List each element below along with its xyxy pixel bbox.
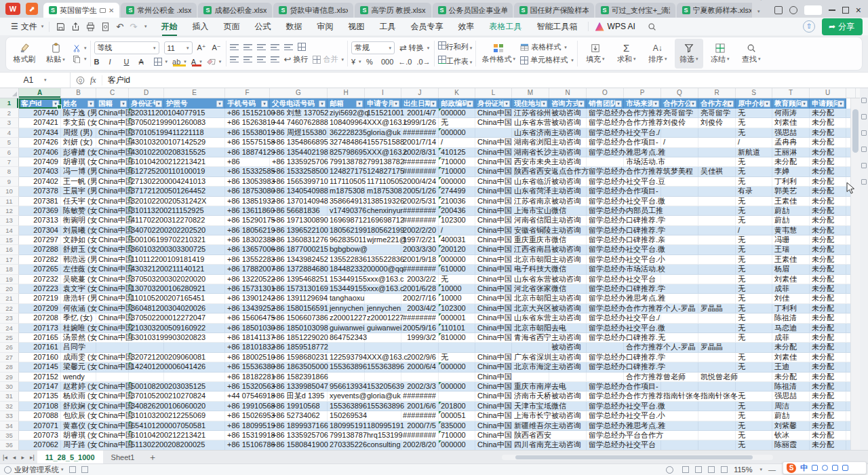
header-cell[interactable]: 国籍▾ (96, 98, 129, 109)
cell[interactable]: 370502200012272047 (129, 314, 164, 323)
cell[interactable]: +86 13220522 (225, 275, 270, 284)
cell[interactable]: 411702200312270822 (129, 216, 164, 225)
cell[interactable] (698, 353, 736, 362)
cell[interactable]: 未分配 (810, 118, 846, 128)
stamp-icon[interactable] (682, 466, 689, 473)
column-header-B[interactable]: B (61, 88, 96, 98)
column-header-F[interactable]: F (225, 88, 270, 98)
cell[interactable]: 雅思考点.雅 (624, 421, 661, 431)
cell[interactable]: China中国 (475, 206, 512, 216)
cell[interactable]: 207426 (19, 138, 61, 147)
menu-tab-智能工具箱[interactable]: 智能工具箱 (530, 19, 585, 35)
row-header-29[interactable]: 29 (0, 373, 19, 382)
cell[interactable]: 710000 (439, 157, 475, 167)
cell[interactable]: 371721200501264452 (129, 187, 164, 196)
cell[interactable]: 江苏省徐州 (512, 109, 549, 118)
cell[interactable] (698, 402, 736, 411)
cell[interactable]: China中国 (96, 411, 129, 421)
cell[interactable]: China中国 (96, 265, 129, 274)
cell[interactable]: +86 1850103098 (270, 324, 328, 333)
filter-dropdown-icon[interactable]: ▾ (652, 100, 659, 107)
cell[interactable]: 2002/9/6 (401, 353, 439, 362)
cell[interactable]: 罗晶晶 (698, 304, 736, 314)
cell[interactable]: 180562199 (328, 226, 365, 235)
cell[interactable]: +86 周煜155380 (270, 128, 328, 138)
cell[interactable]: 138519326 (365, 197, 401, 206)
cell[interactable]: 未分配 (810, 235, 846, 245)
cell[interactable]: 上海市宝山 (512, 206, 549, 216)
cell[interactable]: 799138787 (328, 431, 365, 440)
cell[interactable]: 唐浩轩 (男 (61, 294, 96, 303)
font-name-select[interactable]: 等线▾ (94, 41, 159, 54)
cell[interactable]: 刘素佳 (772, 353, 810, 362)
menu-tab-插入[interactable]: 插入 (185, 19, 216, 35)
cell[interactable]: 济南市天桥 (512, 392, 549, 401)
cell[interactable]: v17490376 (328, 206, 365, 216)
cell[interactable]: 主动咨询 (549, 440, 587, 450)
cell[interactable]: jennychen (328, 304, 365, 314)
view-page-icon[interactable] (708, 466, 715, 473)
menu-tab-视图[interactable]: 视图 (341, 19, 372, 35)
cell[interactable] (661, 255, 698, 265)
cell[interactable]: 合作方推荐 (624, 118, 661, 128)
wps-logo-icon[interactable]: W (5, 3, 20, 15)
cell[interactable]: 河南省信阳 (512, 216, 549, 225)
cell[interactable]: 207145 (19, 362, 61, 372)
number-format-select[interactable]: 常规▾ (351, 41, 395, 54)
cell[interactable]: 杨眉 (772, 265, 810, 274)
cell[interactable]: 无 (736, 431, 772, 440)
cell[interactable]: 271302200004241013 (129, 177, 164, 187)
cell[interactable]: 210036 (439, 197, 475, 206)
cell[interactable]: 155751588 (365, 138, 401, 147)
cell[interactable]: +86 田某d 1395 (270, 392, 328, 401)
print-icon[interactable] (86, 22, 95, 31)
cell[interactable]: 未分配 (810, 421, 846, 431)
cell[interactable]: 主动咨询 (549, 128, 587, 138)
cell[interactable]: 未分配 (810, 304, 846, 314)
cell[interactable]: consulting (365, 440, 401, 450)
cell[interactable]: 207402 (19, 177, 61, 187)
cell[interactable]: 返点合作方 (549, 167, 587, 176)
cell[interactable]: 蔚劼 (772, 206, 810, 216)
cell[interactable]: 微信 (549, 284, 587, 294)
cell[interactable]: +86 1343982452 (270, 255, 328, 265)
thousands-button[interactable]: 000 (381, 58, 393, 66)
cell[interactable]: 留学总经办 (587, 197, 624, 206)
cell[interactable] (698, 333, 736, 343)
cell[interactable] (587, 157, 624, 167)
cell[interactable]: 赵君婷 (女 (61, 382, 96, 392)
row-header-16[interactable]: 16 (0, 245, 19, 254)
cell[interactable]: 未分配 (772, 157, 810, 167)
row-header-36[interactable]: 36 (0, 440, 19, 450)
align-right-icon[interactable] (257, 56, 266, 62)
cell[interactable]: 王素佳 (772, 197, 810, 206)
cell[interactable]: 无 (736, 362, 772, 372)
cell[interactable]: ######## (401, 411, 439, 421)
column-header-N[interactable]: N (549, 88, 587, 98)
cell[interactable]: 153205639 (365, 382, 401, 392)
cell[interactable]: 155363896 (328, 362, 365, 372)
cell[interactable]: +86 18056219 (225, 226, 270, 235)
cell[interactable]: 未分配 (810, 440, 846, 450)
cell[interactable]: gloria@uk (365, 128, 401, 138)
cell[interactable]: China中国 (475, 373, 512, 382)
cell[interactable] (698, 197, 736, 206)
file-menu[interactable]: ☰ 文件▾ (5, 21, 49, 33)
cell[interactable]: 左佳薇 (女 (61, 265, 96, 274)
cell[interactable]: 000000 (439, 382, 475, 392)
cell[interactable] (736, 343, 772, 352)
rows-columns-button[interactable]: 行和列▾ (438, 41, 473, 52)
cell[interactable]: 合作方推荐 (624, 373, 661, 382)
cell[interactable]: 2001/9/18 (401, 255, 439, 265)
cell[interactable]: +86 15152100 (225, 109, 270, 118)
cell[interactable] (698, 187, 736, 196)
cell[interactable]: 1999/1/26 (401, 118, 439, 128)
row-header-9[interactable]: 9 (0, 177, 19, 187)
search-icon[interactable] (648, 22, 656, 31)
cell[interactable] (96, 343, 129, 352)
cell[interactable]: +86 13851932 (225, 197, 270, 206)
cell[interactable] (661, 411, 698, 421)
first-sheet-icon[interactable]: |◂ (0, 454, 10, 461)
cell[interactable]: 612725200110100019 (129, 167, 164, 176)
cell[interactable]: China中国 (96, 118, 129, 128)
